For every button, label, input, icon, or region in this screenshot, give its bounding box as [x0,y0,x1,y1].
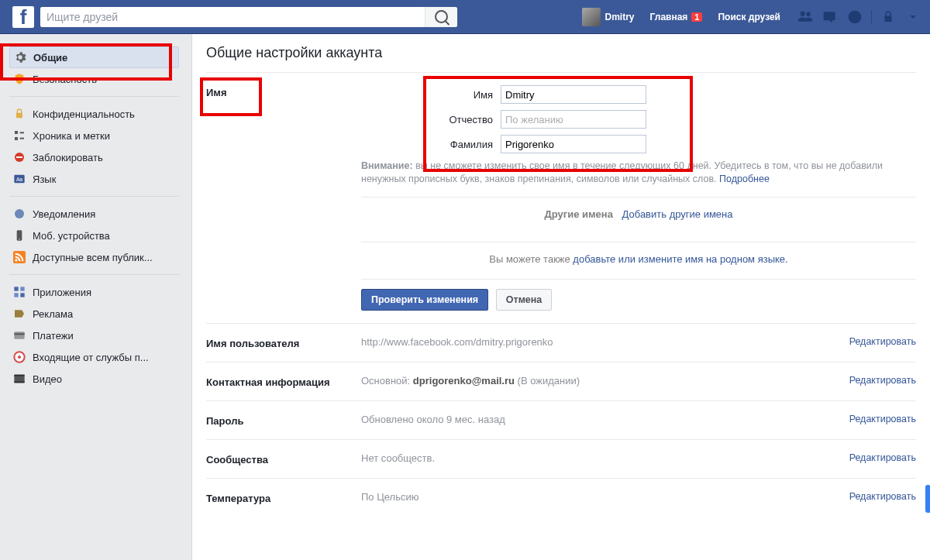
svg-point-11 [19,239,19,239]
warning-text: вы не сможете изменить свое имя в течени… [361,160,883,184]
home-link[interactable]: Главная 1 [642,0,711,33]
other-names-label: Другие имена [545,208,613,220]
sidebar-item-security[interactable]: Безопасность [9,68,179,90]
find-friends-link[interactable]: Поиск друзей [710,0,788,33]
svg-point-21 [18,356,21,359]
other-names-section: Другие имена Добавить другие имена [361,197,916,231]
messages-icon[interactable] [820,8,840,26]
svg-rect-16 [14,293,18,297]
svg-rect-23 [14,375,24,376]
username-value: http://www.facebook.com/dmitry.prigorenk… [361,336,823,349]
svg-rect-15 [20,287,24,290]
sidebar-item-mobile[interactable]: Моб. устройства [9,225,179,246]
edit-networks-link[interactable]: Редактировать [823,452,916,466]
middle-name-label: Отчество [361,114,493,125]
sidebar-item-notifications[interactable]: Уведомления [9,203,179,225]
warning-bold: Внимание: [361,160,413,171]
topbar: f Dmitry Главная 1 Поиск друзей [0,0,930,34]
sidebar-item-label: Доступные всем публик... [33,252,153,263]
native-name-link[interactable]: добавьте или измените имя на родном язык… [573,253,787,265]
search-input[interactable] [40,7,425,27]
first-name-input[interactable] [501,85,646,104]
middle-name-input[interactable] [501,110,646,129]
facebook-logo[interactable]: f [12,6,34,28]
temperature-value: По Цельсию [361,491,823,504]
privacy-shortcut-icon[interactable] [878,8,898,26]
edit-contact-link[interactable]: Редактировать [823,375,916,388]
sidebar-item-general[interactable]: Общие [9,46,179,68]
support-icon [12,350,26,364]
sidebar-item-label: Приложения [33,287,91,298]
sidebar-item-label: Общие [33,52,67,64]
svg-rect-14 [14,287,18,290]
sidebar-item-timeline[interactable]: Хроника и метки [9,125,179,146]
ads-icon [12,307,26,321]
svg-rect-18 [14,332,24,338]
sidebar-item-label: Платежи [33,330,74,342]
row-contact: Контактная информация Основной: dprigore… [206,362,916,400]
row-username: Имя пользователя http://www.facebook.com… [206,323,916,362]
cancel-button[interactable]: Отмена [496,289,553,311]
sidebar-item-privacy[interactable]: Конфиденциальность [9,103,179,125]
sidebar-item-payments[interactable]: Платежи [9,325,179,346]
notifications-icon[interactable] [845,8,865,26]
row-networks: Сообщества Нет сообществ. Редактировать [206,439,916,478]
content: Общие настройки аккаунта Имя Имя Отчеств… [191,34,930,560]
edit-username-link[interactable]: Редактировать [823,336,916,349]
profile-link[interactable]: Dmitry [574,0,642,33]
contact-value: Основной: dprigorenko@mail.ru (В ожидани… [361,375,823,388]
edit-temperature-link[interactable]: Редактировать [823,491,916,504]
lock-icon [12,107,26,121]
name-editor: Имя Отчество Фамилия Внимание: вы не смо… [361,85,916,311]
row-label-networks: Сообщества [206,452,361,466]
page-title: Общие настройки аккаунта [206,45,916,72]
sidebar-item-blocking[interactable]: Заблокировать [9,146,179,168]
row-temperature: Температура По Цельсию Редактировать [206,478,916,517]
friend-requests-icon[interactable] [795,8,815,26]
first-name-label: Имя [361,89,493,101]
row-label-username: Имя пользователя [206,336,361,349]
profile-name: Dmitry [605,12,635,22]
svg-rect-1 [15,131,18,134]
svg-rect-12 [13,251,26,263]
svg-point-0 [849,10,862,23]
last-name-label: Фамилия [361,139,493,150]
mobile-icon [12,228,26,242]
last-name-input[interactable] [501,135,646,153]
password-value: Обновлено около 9 мес. назад [361,414,823,427]
block-icon [12,150,26,164]
sidebar-item-followers[interactable]: Доступные всем публик... [9,246,179,268]
dropdown-arrow-icon[interactable] [903,8,923,26]
svg-rect-17 [20,293,24,297]
sidebar-item-label: Видео [33,373,62,385]
shield-icon [12,72,26,86]
svg-point-13 [15,259,17,261]
svg-rect-24 [14,381,24,383]
sidebar: Общие Безопасность Конфиденциальность Хр… [0,34,179,402]
home-badge: 1 [691,12,702,22]
learn-more-link[interactable]: Подробнее [719,173,770,184]
video-icon [12,372,26,386]
search-icon [435,10,448,23]
networks-value: Нет сообществ. [361,452,823,466]
sidebar-item-language[interactable]: Aa Язык [9,168,179,190]
sidebar-item-videos[interactable]: Видео [9,368,179,390]
add-other-names-link[interactable]: Добавить другие имена [622,208,733,220]
svg-rect-4 [20,138,24,139]
native-name-section: Вы можете также добавьте или измените им… [361,242,916,276]
svg-text:Aa: Aa [16,177,22,182]
svg-rect-3 [20,132,24,133]
search-button[interactable] [425,7,457,27]
svg-point-9 [15,209,24,218]
sidebar-item-label: Конфиденциальность [33,108,135,120]
contact-prefix: Основной: [361,375,413,387]
sidebar-item-support-inbox[interactable]: Входящие от службы п... [9,346,179,368]
sidebar-item-apps[interactable]: Приложения [9,281,179,303]
sidebar-item-label: Реклама [33,308,73,320]
top-icons [788,8,930,26]
card-icon [12,328,26,342]
review-changes-button[interactable]: Проверить изменения [361,289,488,311]
sidebar-item-ads[interactable]: Реклама [9,303,179,325]
edit-password-link[interactable]: Редактировать [823,414,916,427]
sidebar-item-label: Безопасность [33,74,97,85]
